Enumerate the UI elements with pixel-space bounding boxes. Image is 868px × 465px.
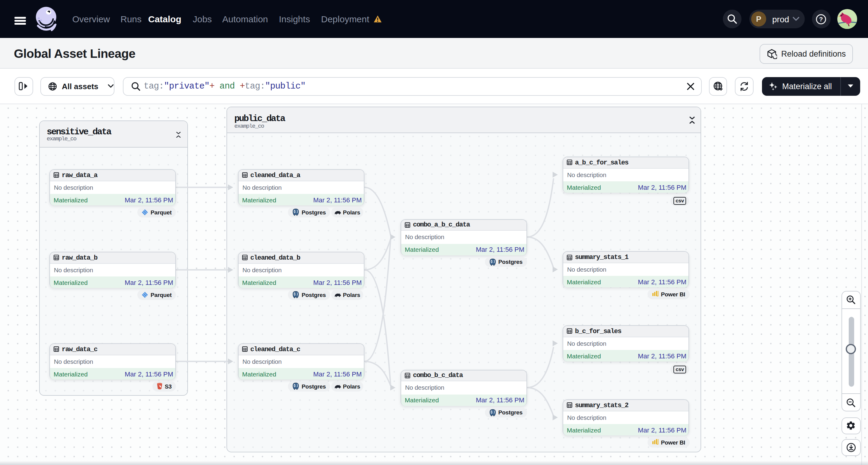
svg-text:?: ? xyxy=(819,16,823,22)
